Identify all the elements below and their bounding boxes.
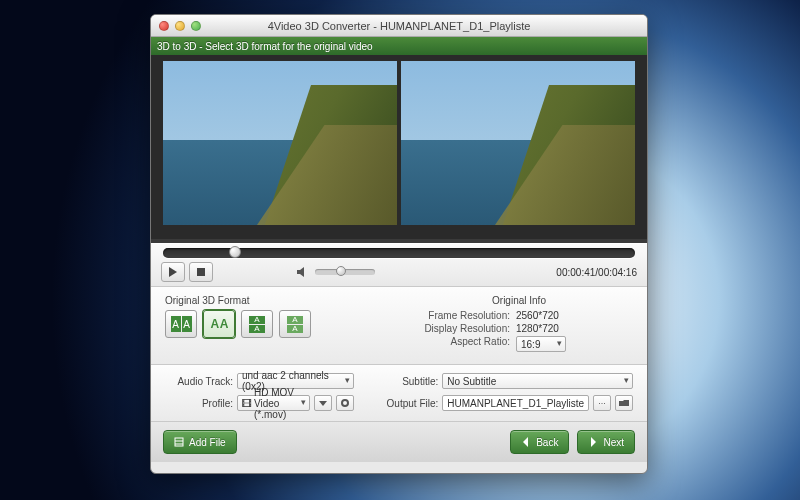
profile-label: Profile:: [165, 398, 233, 409]
app-window: 4Video 3D Converter - HUMANPLANET_D1_Pla…: [150, 14, 648, 474]
play-button[interactable]: [161, 262, 185, 282]
titlebar: 4Video 3D Converter - HUMANPLANET_D1_Pla…: [151, 15, 647, 37]
film-icon: [174, 437, 184, 447]
preview-right-eye: [401, 61, 635, 225]
subtitle-select[interactable]: No Subtitle: [442, 373, 633, 389]
volume-slider[interactable]: [315, 269, 375, 275]
speaker-icon: [297, 267, 309, 277]
scrub-knob[interactable]: [229, 246, 241, 258]
format-buttons: AA A A AA AA: [165, 310, 393, 338]
add-file-label: Add File: [189, 437, 226, 448]
back-button[interactable]: Back: [510, 430, 569, 454]
volume-knob[interactable]: [336, 266, 346, 276]
svg-marker-3: [319, 401, 327, 406]
svg-marker-9: [591, 437, 596, 447]
format-sbs-full[interactable]: A A: [203, 310, 235, 338]
info-heading: Original Info: [405, 295, 633, 306]
volume-control: [297, 267, 375, 277]
next-label: Next: [603, 437, 624, 448]
disp-res-label: Display Resolution:: [405, 323, 510, 334]
svg-marker-8: [523, 437, 528, 447]
footer-bar: Add File Back Next: [151, 422, 647, 462]
playback-controls: 00:00:41/00:04:16: [151, 243, 647, 287]
profile-down-button[interactable]: [314, 395, 332, 411]
chevron-down-icon: [318, 398, 328, 408]
svg-rect-5: [175, 438, 183, 446]
frame-res-label: Frame Resolution:: [405, 310, 510, 321]
preview-left-eye: [163, 61, 397, 225]
format-tab-half[interactable]: AA: [241, 310, 273, 338]
chevron-right-icon: [588, 437, 598, 447]
svg-marker-0: [169, 267, 177, 277]
gear-icon: [340, 398, 350, 408]
svg-marker-2: [297, 267, 304, 277]
format-info-panel: Original 3D Format AA A A AA AA Original…: [151, 287, 647, 365]
open-folder-button[interactable]: [615, 395, 633, 411]
profile-settings-button[interactable]: [336, 395, 354, 411]
disp-res-value: 1280*720: [516, 323, 559, 334]
time-counter: 00:00:41/00:04:16: [556, 267, 637, 278]
format-tab-full[interactable]: AA: [279, 310, 311, 338]
stop-button[interactable]: [189, 262, 213, 282]
browse-output-button[interactable]: ···: [593, 395, 611, 411]
format-heading: Original 3D Format: [165, 295, 393, 306]
window-title: 4Video 3D Converter - HUMANPLANET_D1_Pla…: [151, 20, 647, 32]
instruction-text: 3D to 3D - Select 3D format for the orig…: [157, 41, 373, 52]
add-file-button[interactable]: Add File: [163, 430, 237, 454]
ellipsis-icon: ···: [598, 398, 606, 408]
audio-track-label: Audio Track:: [165, 376, 233, 387]
aspect-ratio-select[interactable]: 16:9: [516, 336, 566, 352]
frame-res-value: 2560*720: [516, 310, 559, 321]
play-icon: [168, 267, 178, 277]
profile-select[interactable]: 🎞HD MOV Video (*.mov): [237, 395, 310, 411]
subtitle-label: Subtitle:: [370, 376, 438, 387]
svg-point-4: [342, 400, 348, 406]
next-button[interactable]: Next: [577, 430, 635, 454]
settings-panel: Audio Track: und aac 2 channels (0x2) Su…: [151, 365, 647, 422]
folder-icon: [619, 398, 629, 408]
output-file-field[interactable]: HUMANPLANET_D1_Playliste: [442, 395, 589, 411]
svg-rect-1: [197, 268, 205, 276]
output-file-label: Output File:: [370, 398, 438, 409]
video-preview: [151, 55, 647, 243]
scrub-bar[interactable]: [163, 248, 635, 258]
instruction-bar: 3D to 3D - Select 3D format for the orig…: [151, 37, 647, 55]
chevron-left-icon: [521, 437, 531, 447]
back-label: Back: [536, 437, 558, 448]
stop-icon: [196, 267, 206, 277]
aspect-label: Aspect Ratio:: [405, 336, 510, 352]
format-sbs-half[interactable]: AA: [165, 310, 197, 338]
